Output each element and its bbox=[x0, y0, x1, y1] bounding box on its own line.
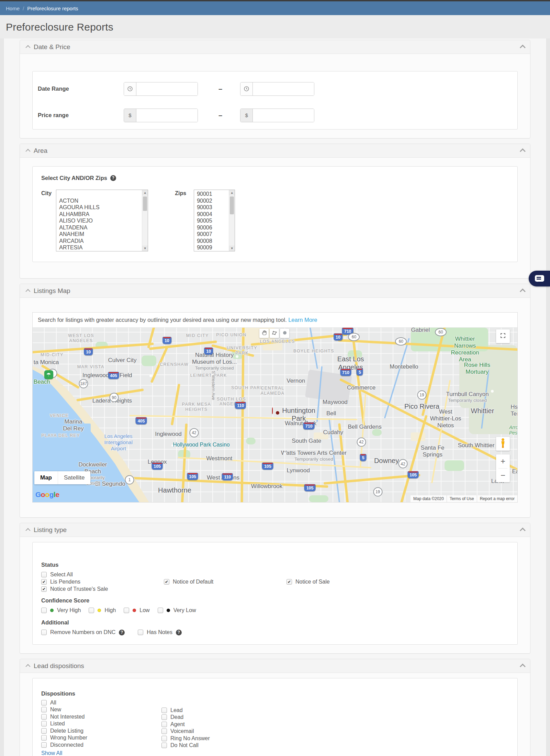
checkbox[interactable] bbox=[41, 728, 47, 734]
show-all-link[interactable]: Show All bbox=[41, 750, 62, 756]
zip-option[interactable]: 90007 bbox=[197, 231, 228, 238]
checkbox-item[interactable]: Low bbox=[124, 607, 149, 613]
checkbox-item[interactable]: ✔Lis Pendens bbox=[41, 579, 164, 585]
checkbox[interactable] bbox=[161, 714, 167, 720]
zips-listbox[interactable]: 9000190002900039000490005900069000790008… bbox=[194, 190, 235, 251]
city-option[interactable]: ALISO VIEJO bbox=[59, 217, 141, 224]
chat-widget-button[interactable] bbox=[529, 271, 550, 286]
checkbox-item[interactable]: Lead bbox=[161, 707, 183, 713]
checkbox[interactable]: ✔ bbox=[287, 579, 292, 585]
help-icon[interactable]: ? bbox=[119, 630, 125, 635]
checkbox[interactable] bbox=[158, 608, 163, 613]
checkbox-item[interactable]: Voicemail bbox=[161, 728, 194, 734]
checkbox[interactable] bbox=[41, 721, 47, 726]
zip-option[interactable]: 90005 bbox=[197, 217, 228, 224]
checkbox[interactable] bbox=[41, 700, 47, 706]
help-icon[interactable]: ? bbox=[176, 630, 182, 635]
pan-tool-button[interactable] bbox=[259, 329, 269, 338]
selected-listing-marker[interactable] bbox=[272, 408, 273, 414]
city-option[interactable]: ANAHEIM bbox=[59, 231, 141, 238]
scroll-up-icon[interactable]: ▲ bbox=[142, 190, 148, 195]
checkbox[interactable] bbox=[41, 608, 47, 613]
circle-tool-button[interactable] bbox=[280, 329, 289, 338]
date-from-input[interactable] bbox=[136, 82, 198, 95]
city-listbox-scrollbar[interactable]: ▲ ▼ bbox=[142, 190, 148, 251]
map-type-satellite-button[interactable]: Satellite bbox=[58, 471, 90, 484]
checkbox[interactable] bbox=[161, 729, 167, 734]
scroll-up-icon[interactable]: ▲ bbox=[229, 190, 235, 195]
checkbox-item[interactable]: Listed bbox=[41, 721, 65, 727]
attribution-link[interactable]: Terms of Use bbox=[447, 495, 477, 502]
city-option[interactable]: ATWOOD bbox=[59, 251, 141, 252]
checkbox-item[interactable]: Delete Listing bbox=[41, 728, 83, 734]
pegman-button[interactable] bbox=[496, 437, 510, 451]
collapse-chevron-icon[interactable] bbox=[520, 44, 526, 50]
zip-option[interactable]: 90003 bbox=[197, 204, 228, 211]
checkbox[interactable]: ✔ bbox=[164, 579, 169, 585]
zoom-in-button[interactable]: + bbox=[496, 454, 510, 468]
checkbox[interactable] bbox=[41, 714, 47, 720]
checkbox-item[interactable]: Do Not Call bbox=[161, 742, 199, 748]
collapse-chevron-icon[interactable] bbox=[520, 148, 526, 154]
checkbox[interactable] bbox=[41, 630, 47, 635]
scroll-down-icon[interactable]: ▼ bbox=[142, 246, 148, 251]
city-option[interactable]: ALTADENA bbox=[59, 224, 141, 231]
zip-option[interactable]: 90002 bbox=[197, 198, 228, 204]
price-to-input[interactable] bbox=[253, 109, 314, 122]
collapse-chevron-icon[interactable] bbox=[520, 527, 526, 533]
panel-listings-map-header[interactable]: Listings Map bbox=[20, 284, 530, 298]
checkbox-item[interactable]: High bbox=[89, 607, 116, 613]
city-option[interactable]: AGOURA HILLS bbox=[59, 204, 141, 211]
zip-option[interactable]: 90001 bbox=[197, 191, 228, 198]
checkbox-item[interactable]: All bbox=[41, 700, 56, 706]
map-type-map-button[interactable]: Map bbox=[34, 471, 58, 484]
checkbox-item[interactable]: Wrong Number bbox=[41, 735, 87, 741]
checkbox[interactable] bbox=[161, 722, 167, 727]
collapse-chevron-icon[interactable] bbox=[520, 663, 526, 669]
city-listbox[interactable]: ACTONAGOURA HILLSALHAMBRAALISO VIEJOALTA… bbox=[56, 190, 148, 251]
zip-option[interactable]: 90004 bbox=[197, 211, 228, 218]
checkbox-item[interactable]: Dead bbox=[161, 714, 183, 720]
zips-listbox-scrollbar[interactable]: ▲ ▼ bbox=[229, 190, 235, 251]
checkbox[interactable] bbox=[41, 572, 47, 577]
zip-option[interactable]: 90008 bbox=[197, 238, 228, 245]
checkbox[interactable] bbox=[161, 743, 167, 748]
city-option[interactable]: ALHAMBRA bbox=[59, 211, 141, 218]
breadcrumb-home-link[interactable]: Home bbox=[6, 5, 20, 11]
checkbox-item[interactable]: Very High bbox=[41, 607, 81, 613]
checkbox-item[interactable]: ✔Notice of Trustee's Sale bbox=[41, 586, 108, 592]
panel-date-price-header[interactable]: Date & Price bbox=[20, 40, 530, 54]
map-canvas[interactable]: WEST LOS ANGELESMID-CITYMID CITYPICO UNI… bbox=[33, 328, 517, 502]
price-from-input[interactable] bbox=[136, 109, 198, 122]
checkbox-item[interactable]: Not Interested bbox=[41, 714, 85, 720]
panel-area-header[interactable]: Area bbox=[20, 144, 530, 158]
attribution-link[interactable]: Report a map error bbox=[477, 495, 517, 502]
checkbox-item[interactable]: Ring No Answer bbox=[161, 735, 210, 742]
learn-more-link[interactable]: Learn More bbox=[288, 317, 317, 323]
zip-option[interactable]: 90006 bbox=[197, 224, 228, 231]
zoom-out-button[interactable]: − bbox=[496, 469, 510, 482]
polygon-tool-button[interactable] bbox=[270, 329, 279, 338]
city-option[interactable]: ARCADIA bbox=[59, 238, 141, 245]
city-option[interactable] bbox=[59, 191, 141, 198]
zip-option[interactable]: 90010 bbox=[197, 251, 228, 252]
checkbox[interactable] bbox=[89, 608, 94, 613]
panel-listing-type-header[interactable]: Listing type bbox=[20, 523, 530, 537]
checkbox-item[interactable]: Has Notes? bbox=[138, 629, 182, 635]
checkbox[interactable] bbox=[41, 742, 47, 748]
help-icon[interactable]: ? bbox=[110, 175, 116, 181]
scroll-down-icon[interactable]: ▼ bbox=[229, 246, 235, 251]
checkbox-item[interactable]: New bbox=[41, 707, 61, 713]
checkbox[interactable]: ✔ bbox=[41, 586, 47, 592]
panel-lead-dispositions-header[interactable]: Lead dispositions bbox=[20, 659, 530, 673]
zip-option[interactable]: 90009 bbox=[197, 244, 228, 251]
fullscreen-button[interactable] bbox=[496, 329, 510, 343]
checkbox[interactable] bbox=[124, 608, 129, 613]
checkbox[interactable] bbox=[161, 736, 167, 741]
checkbox[interactable]: ✔ bbox=[41, 579, 47, 585]
google-logo[interactable]: Google bbox=[35, 490, 59, 499]
collapse-chevron-icon[interactable] bbox=[520, 288, 526, 294]
city-option[interactable]: ACTON bbox=[59, 198, 141, 204]
checkbox-item[interactable]: Remove Numbers on DNC? bbox=[41, 629, 125, 635]
checkbox-item[interactable]: ✔Notice of Sale bbox=[287, 579, 409, 585]
